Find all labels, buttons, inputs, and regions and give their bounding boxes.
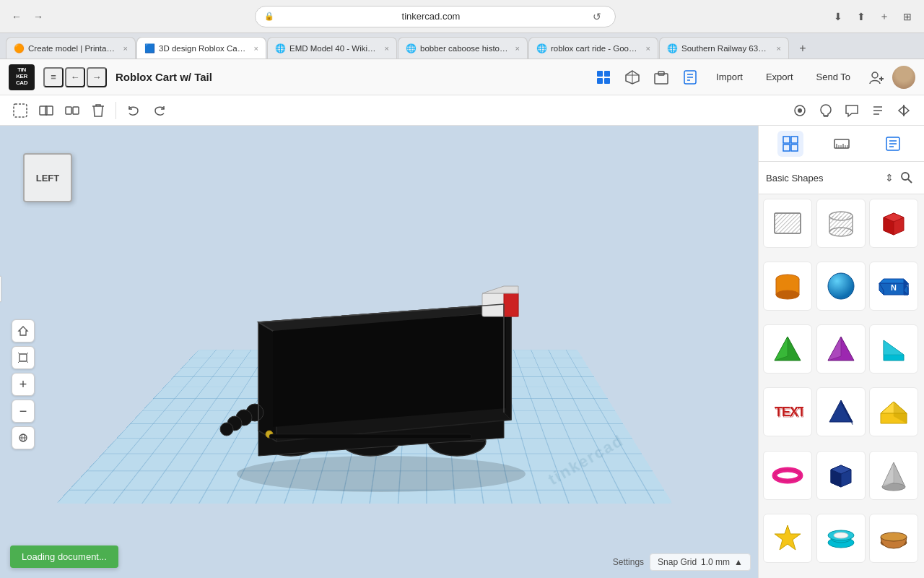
zoom-out-button[interactable]: − (12, 400, 35, 423)
comment-button[interactable] (840, 99, 863, 122)
share-icon[interactable]: ⬆ (852, 7, 871, 26)
perspective-button[interactable] (12, 426, 35, 449)
home-view-button[interactable] (12, 319, 35, 342)
zoom-in-button[interactable]: + (12, 373, 35, 396)
nav-back-button[interactable]: ← (65, 67, 85, 87)
tab-tinkercad[interactable]: 🟦 3D design Roblox Cart w/ Tail |... × (136, 37, 266, 59)
shape-item-ring-teal[interactable] (816, 514, 866, 563)
send-to-button[interactable]: Send To (806, 67, 860, 87)
back-button[interactable]: ← (7, 7, 26, 26)
svg-rect-1 (604, 71, 610, 77)
notes-button[interactable] (677, 64, 703, 90)
user-avatar[interactable] (892, 66, 915, 89)
export-button[interactable]: Export (756, 67, 803, 87)
snap-grid-control[interactable]: Snap Grid 1.0 mm ▲ (650, 553, 751, 571)
shape-item-sphere[interactable] (816, 262, 866, 311)
loading-text: Loading document... (22, 551, 107, 562)
shape-item-prism-blue[interactable] (816, 387, 866, 436)
svg-rect-0 (597, 71, 603, 77)
camera-button[interactable] (788, 99, 811, 122)
lightbulb-button[interactable] (814, 99, 837, 122)
shape-bowl-brown (876, 521, 911, 556)
shape-item-cone-gray[interactable] (869, 451, 918, 500)
logo-box: TINKERCAD (9, 64, 35, 90)
align-button[interactable] (866, 99, 889, 122)
nav-forward-button[interactable]: → (87, 67, 107, 87)
shape-item-pyramid-purple[interactable] (816, 324, 866, 374)
shape-item-wedge-teal[interactable] (869, 324, 918, 374)
3d-viewport[interactable]: LEFT (0, 126, 758, 578)
shape-item-text-red[interactable]: TEXT TEXT (763, 387, 812, 436)
shape-item-box-hole[interactable] (763, 199, 812, 248)
shape-star (770, 521, 805, 556)
mirror-button[interactable] (892, 99, 915, 122)
svg-marker-55 (482, 286, 518, 293)
zoom-to-fit-button[interactable] (12, 346, 35, 369)
tab-close-google-caboose[interactable]: × (515, 44, 520, 53)
grid-icon[interactable]: ⊞ (898, 7, 917, 26)
blocks-icon (653, 69, 669, 85)
tab-close-wikipedia-emd[interactable]: × (385, 44, 389, 53)
align-icon (871, 103, 885, 118)
svg-line-81 (908, 179, 912, 183)
url-text: tinkercad.com (279, 11, 583, 22)
tab-close-wikipedia-southern[interactable]: × (777, 44, 781, 53)
shape-item-torus-pink[interactable] (763, 451, 812, 500)
shape-item-cylinder[interactable] (763, 262, 812, 311)
svg-point-129 (834, 532, 848, 538)
shapes-panel-button[interactable] (777, 131, 803, 157)
new-tab-button[interactable]: + (793, 38, 813, 59)
ruler-button[interactable] (829, 131, 855, 157)
shape-selector: Basic Shapes ⇕ (759, 162, 924, 194)
nav-menu-button[interactable]: ≡ (43, 67, 64, 87)
svg-rect-68 (791, 144, 798, 151)
group-button[interactable] (35, 99, 58, 122)
new-tab-icon[interactable]: ＋ (875, 7, 894, 26)
shape-item-text-3d-blue[interactable]: N (869, 262, 918, 311)
3d-view-button[interactable] (619, 64, 645, 90)
browser-frame: ← → 🔒 tinkercad.com ↺ ⬇ ⬆ ＋ ⊞ 🟠 Create m… (0, 0, 924, 578)
basic-shapes-title[interactable]: Basic Shapes (766, 173, 882, 184)
tab-google-caboose[interactable]: 🌐 bobber caboose history - Goog... × (398, 37, 528, 59)
ungroup-button[interactable] (61, 99, 84, 122)
tab-close-printables[interactable]: × (123, 44, 128, 53)
notes-panel-button[interactable] (880, 131, 906, 157)
svg-rect-16 (14, 104, 27, 117)
tab-google-roblox[interactable]: 🌐 roblox cart ride - Google Search × (528, 37, 658, 59)
import-button[interactable]: Import (706, 67, 753, 87)
tab-label-printables: Create model | Printables.com (28, 44, 116, 53)
undo-button[interactable] (122, 99, 145, 122)
shape-item-box-red[interactable] (869, 199, 918, 248)
address-bar[interactable]: 🔒 tinkercad.com ↺ (255, 6, 616, 27)
orientation-cube[interactable]: LEFT (14, 140, 72, 198)
svg-point-22 (798, 108, 802, 113)
forward-button[interactable]: → (29, 7, 48, 26)
tab-icon-google-caboose: 🌐 (406, 43, 416, 53)
grid-view-button[interactable] (590, 64, 616, 90)
tab-close-google-roblox[interactable]: × (646, 44, 650, 53)
search-shapes-button[interactable] (897, 168, 917, 188)
download-icon[interactable]: ⬇ (829, 7, 847, 26)
shape-torus-pink (770, 458, 805, 493)
redo-button[interactable] (148, 99, 171, 122)
reload-icon[interactable]: ↺ (588, 7, 606, 26)
tab-printables[interactable]: 🟠 Create model | Printables.com × (6, 37, 136, 59)
shape-item-cylinder-hole[interactable] (816, 199, 866, 248)
tab-close-tinkercad[interactable]: × (254, 44, 258, 53)
shape-item-star[interactable] (763, 514, 812, 563)
blocks-button[interactable] (648, 64, 674, 90)
add-person-button[interactable] (863, 64, 889, 90)
shape-item-pyramid-green[interactable] (763, 324, 812, 374)
settings-label[interactable]: Settings (613, 557, 644, 567)
tinkercad-logo[interactable]: TINKERCAD (9, 64, 35, 90)
svg-rect-3 (604, 78, 610, 84)
shape-item-bowl-brown[interactable] (869, 514, 918, 563)
shape-item-cube-blue[interactable] (816, 451, 866, 500)
delete-button[interactable] (87, 99, 110, 122)
tab-label-google-roblox: roblox cart ride - Google Search (551, 44, 639, 53)
shape-item-roof-yellow[interactable] (869, 387, 918, 436)
3d-view-icon (624, 69, 640, 85)
select-all-button[interactable] (9, 99, 32, 122)
tab-wikipedia-southern[interactable]: 🌐 Southern Railway 630 - Wikipe... × (659, 37, 789, 59)
tab-wikipedia-emd[interactable]: 🌐 EMD Model 40 - Wikipedia × (267, 37, 397, 59)
